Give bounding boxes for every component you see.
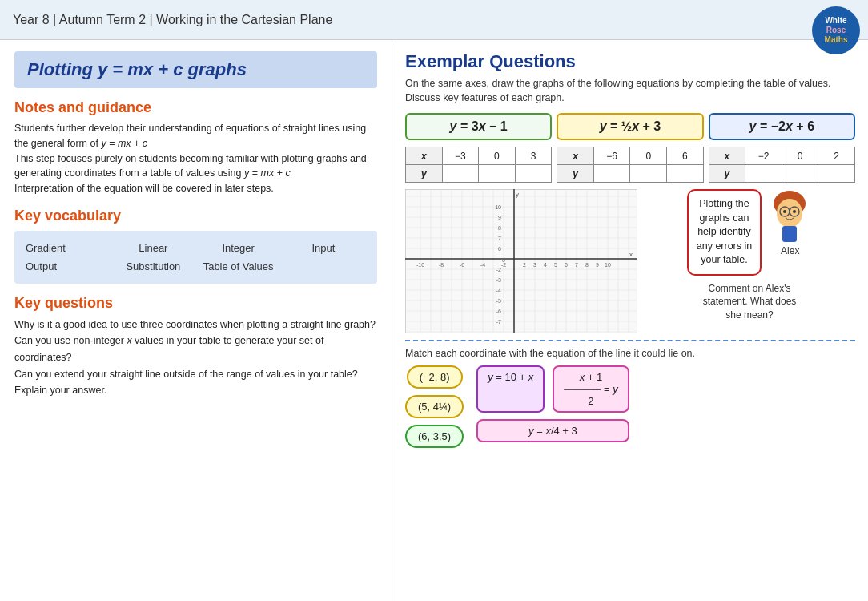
table3-y2	[782, 165, 818, 183]
table2-x-header: x	[557, 147, 594, 165]
svg-text:-8: -8	[439, 262, 444, 268]
svg-text:3: 3	[533, 262, 536, 268]
equation-boxes: y = 3x − 1 y = ½x + 3 y = −2x + 6	[405, 113, 855, 140]
vocab-integer: Integer	[196, 242, 281, 254]
table2-y2	[630, 165, 667, 183]
table1-y-header: y	[406, 165, 443, 183]
vocab-linear: Linear	[111, 242, 195, 254]
svg-point-71	[783, 210, 786, 213]
svg-text:9: 9	[498, 215, 501, 220]
table1-x2: 0	[479, 147, 516, 165]
vocab-table-of-values: Table of Values	[196, 260, 281, 272]
value-table-1: x −3 0 3 y	[405, 147, 552, 183]
notes-title: Notes and guidance	[14, 99, 377, 116]
main-heading: Plotting y = mx + c graphs	[27, 59, 364, 80]
vocab-substitution: Substitution	[111, 260, 195, 272]
heading-box: Plotting y = mx + c graphs	[14, 51, 377, 88]
svg-text:4: 4	[544, 262, 547, 268]
svg-text:6: 6	[565, 262, 568, 268]
alex-label: Alex	[781, 245, 799, 256]
vocab-input: Input	[281, 242, 366, 254]
match-intro: Match each coordinate with the equation …	[405, 348, 855, 359]
svg-text:-6: -6	[496, 309, 501, 314]
questions-text: Why is it a good idea to use three coord…	[14, 317, 377, 399]
svg-text:y: y	[516, 191, 519, 198]
exemplar-intro: On the same axes, draw the graphs of the…	[405, 77, 855, 105]
section-divider	[405, 340, 855, 341]
value-table-2: x −6 0 6 y	[557, 147, 703, 183]
svg-text:5: 5	[554, 262, 557, 268]
equation-box-green: y = 3x − 1	[405, 113, 552, 140]
vocab-title: Key vocabulary	[14, 208, 377, 224]
match-eq-box-1: y = 10 + x	[476, 365, 545, 413]
match-eq-box-2: x + 1───── = y2	[553, 365, 629, 413]
table2-y3	[667, 165, 704, 183]
coord-box-1: (−2, 8)	[407, 365, 463, 389]
svg-text:2: 2	[523, 262, 526, 268]
svg-point-72	[793, 210, 796, 213]
speech-bubble: Plotting thegraphs canhelp identifyany e…	[687, 189, 762, 276]
vocab-output: Output	[26, 260, 111, 272]
exemplar-title: Exemplar Questions	[405, 51, 855, 72]
table3-x3: 2	[818, 147, 855, 165]
equation-box-yellow: y = ½x + 3	[557, 113, 703, 140]
table3-x-header: x	[709, 147, 745, 165]
table1-x-header: x	[406, 147, 443, 165]
speech-area: Plotting thegraphs canhelp identifyany e…	[644, 189, 855, 333]
table3-y3	[818, 165, 855, 183]
svg-text:x: x	[629, 251, 633, 258]
table2-x3: 6	[667, 147, 704, 165]
table3-x2: 0	[782, 147, 818, 165]
svg-text:-5: -5	[496, 298, 501, 304]
svg-text:9: 9	[596, 262, 599, 268]
table3-y-header: y	[709, 165, 745, 183]
graph-and-speech: y x 10 9 8 7 6 0 -2 -3 -4 -5 -6	[405, 189, 855, 333]
match-eq-box-3: y = x/4 + 3	[476, 419, 629, 442]
table1-x3: 3	[515, 147, 552, 165]
vocab-empty	[281, 260, 366, 272]
logo-line2: Rose	[826, 26, 846, 35]
table3-x1: −2	[745, 147, 782, 165]
table1-y1	[442, 165, 479, 183]
left-panel: Plotting y = mx + c graphs Notes and gui…	[0, 40, 392, 601]
svg-text:-3: -3	[496, 277, 501, 283]
coord-box-3: (6, 3.5)	[405, 425, 464, 448]
svg-rect-73	[782, 226, 797, 242]
svg-rect-0	[405, 189, 637, 333]
svg-text:-6: -6	[460, 262, 464, 268]
svg-text:7: 7	[498, 236, 501, 241]
table1-x1: −3	[442, 147, 479, 165]
questions-title: Key questions	[14, 295, 377, 312]
value-table-3: x −2 0 2 y	[709, 147, 855, 183]
wrm-logo: White Rose Maths	[812, 6, 860, 54]
svg-text:8: 8	[585, 262, 589, 268]
table3-y1	[745, 165, 782, 183]
coord-box-2: (5, 4¼)	[405, 395, 464, 418]
logo-line1: White	[825, 16, 846, 26]
svg-text:7: 7	[575, 262, 578, 268]
logo-line3: Maths	[825, 35, 848, 45]
table1-y2	[479, 165, 516, 183]
svg-text:-7: -7	[496, 319, 501, 325]
table2-y1	[593, 165, 630, 183]
vocab-box: Gradient Linear Integer Input Output Sub…	[14, 231, 377, 284]
graph-area: y x 10 9 8 7 6 0 -2 -3 -4 -5 -6	[405, 189, 637, 333]
page-title: Year 8 | Autumn Term 2 | Working in the …	[13, 13, 332, 27]
table2-x2: 0	[630, 147, 667, 165]
svg-text:-2: -2	[496, 267, 501, 272]
table1-y3	[515, 165, 552, 183]
svg-text:-2: -2	[501, 262, 506, 268]
vocab-row-2: Output Substitution Table of Values	[26, 257, 366, 276]
main-layout: Plotting y = mx + c graphs Notes and gui…	[0, 40, 868, 601]
comment-text: Comment on Alex'sstatement. What doesshe…	[703, 282, 797, 322]
right-panel: Exemplar Questions On the same axes, dra…	[392, 40, 868, 601]
table2-x1: −6	[593, 147, 630, 165]
svg-text:-4: -4	[480, 262, 485, 268]
svg-text:10: 10	[495, 204, 501, 210]
svg-text:-4: -4	[496, 288, 501, 293]
svg-text:-10: -10	[416, 262, 424, 268]
svg-text:10: 10	[605, 262, 611, 268]
svg-text:6: 6	[498, 246, 501, 252]
alex-character	[768, 189, 812, 245]
vocab-row-1: Gradient Linear Integer Input	[26, 239, 366, 257]
